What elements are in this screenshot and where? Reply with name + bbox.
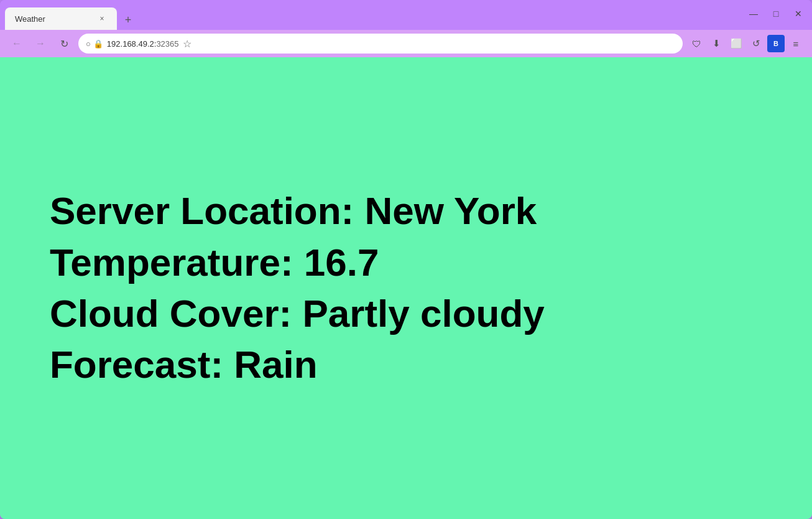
security-icon: ○: [86, 39, 91, 49]
address-domain: 192.168.49.2:: [107, 39, 157, 49]
address-bar-security-icons: ○ 🔒: [86, 39, 103, 49]
pocket-icon[interactable]: 🛡: [688, 35, 705, 52]
tab-strip: Weather × +: [5, 0, 742, 30]
back-button[interactable]: ←: [7, 34, 26, 53]
temperature: Temperature: 16.7: [50, 240, 762, 286]
title-bar: Weather × + — □ ✕: [0, 0, 812, 30]
tab-manager-icon[interactable]: ⬜: [727, 35, 745, 52]
server-location: Server Location: New York: [50, 188, 762, 234]
address-text: 192.168.49.2:32365: [107, 39, 179, 49]
address-bar[interactable]: ○ 🔒 192.168.49.2:32365 ☆: [78, 34, 683, 54]
cloud-cover: Cloud Cover: Partly cloudy: [50, 291, 762, 337]
tab-title: Weather: [15, 14, 45, 24]
page-content: Server Location: New York Temperature: 1…: [0, 57, 812, 519]
forward-button[interactable]: →: [31, 34, 50, 53]
active-tab[interactable]: Weather ×: [5, 7, 117, 30]
download-icon[interactable]: ⬇: [708, 35, 725, 52]
bookmark-star-icon[interactable]: ☆: [183, 38, 191, 50]
browser-window: Weather × + — □ ✕ ← → ↻ ○ 🔒 192.168.: [0, 0, 812, 519]
close-button[interactable]: ✕: [790, 5, 807, 22]
toolbar-right-icons: 🛡 ⬇ ⬜ ↺ B ≡: [688, 35, 805, 52]
maximize-button[interactable]: □: [767, 5, 785, 22]
forward-icon: →: [35, 38, 45, 49]
window-controls: — □ ✕: [745, 5, 807, 22]
back-icon: ←: [12, 38, 22, 49]
new-tab-button[interactable]: +: [119, 11, 137, 29]
lock-icon: 🔒: [93, 39, 103, 49]
menu-icon[interactable]: ≡: [787, 35, 805, 52]
minimize-button[interactable]: —: [745, 5, 762, 22]
reload-icon: ↻: [60, 38, 68, 50]
address-port: 32365: [156, 39, 178, 49]
toolbar: ← → ↻ ○ 🔒 192.168.49.2:32365 ☆ 🛡 ⬇ ⬜ ↺ B…: [0, 30, 812, 57]
bitwarden-icon[interactable]: B: [767, 35, 785, 52]
tab-close-button[interactable]: ×: [97, 14, 107, 24]
reload-button[interactable]: ↻: [55, 34, 73, 53]
forecast: Forecast: Rain: [50, 342, 762, 388]
screenshot-icon[interactable]: ↺: [747, 35, 765, 52]
weather-info: Server Location: New York Temperature: 1…: [50, 188, 762, 388]
